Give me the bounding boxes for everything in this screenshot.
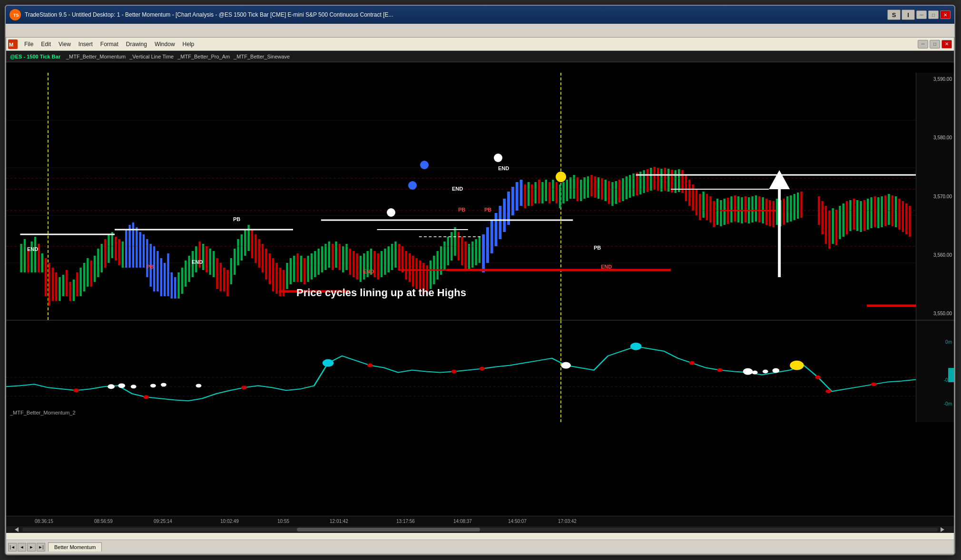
svg-rect-239: [849, 200, 851, 231]
inner-close[interactable]: ✕: [941, 40, 952, 48]
svg-rect-250: [888, 194, 890, 225]
svg-rect-79: [269, 253, 271, 284]
menu-window[interactable]: Window: [151, 39, 179, 49]
svg-rect-75: [255, 234, 256, 263]
svg-rect-102: [349, 249, 351, 275]
price-label-1: 3,590.00: [918, 77, 952, 82]
svg-rect-233: [828, 211, 830, 249]
chart-title-bar: @ES - 1500 Tick Bar _MTF_Better_Momentum…: [6, 51, 954, 62]
chart-indicator3: _MTF_Better_Pro_Am: [177, 54, 230, 59]
svg-rect-62: [209, 249, 211, 275]
svg-rect-232: [825, 206, 827, 244]
scroll-right-arrow[interactable]: [940, 526, 946, 533]
svg-point-292: [772, 368, 779, 373]
svg-point-294: [143, 395, 149, 399]
menu-file[interactable]: File: [20, 39, 37, 49]
nav-next[interactable]: ►: [27, 543, 36, 551]
s-button[interactable]: S: [887, 10, 901, 20]
svg-rect-151: [528, 182, 530, 206]
svg-rect-111: [381, 251, 382, 277]
svg-rect-150: [524, 184, 526, 208]
nav-prev[interactable]: ◄: [18, 543, 26, 551]
svg-rect-140: [482, 234, 485, 272]
svg-rect-219: [765, 199, 767, 225]
svg-rect-91: [311, 253, 313, 280]
menu-insert[interactable]: Insert: [75, 39, 97, 49]
inner-minimize[interactable]: ─: [918, 40, 928, 48]
svg-rect-168: [587, 176, 589, 198]
svg-rect-217: [758, 196, 760, 222]
menu-format[interactable]: Format: [97, 39, 122, 49]
svg-rect-96: [328, 241, 330, 268]
scroll-track[interactable]: [22, 528, 938, 531]
svg-rect-241: [856, 200, 858, 231]
chart-area[interactable]: 3,590.00 3,580.00 3,570.00 3,560.00 3,55…: [6, 62, 954, 533]
svg-marker-305: [941, 527, 944, 532]
svg-rect-184: [643, 170, 645, 193]
time-5: 10:55: [277, 519, 289, 524]
menu-help[interactable]: Help: [179, 39, 198, 49]
svg-rect-49: [164, 263, 166, 296]
svg-rect-30: [97, 249, 99, 277]
svg-rect-122: [419, 261, 421, 291]
svg-rect-100: [342, 246, 344, 272]
svg-rect-129: [443, 241, 445, 270]
svg-rect-225: [786, 196, 788, 222]
menu-bar: M File Edit View Insert Format Drawing W…: [6, 38, 954, 51]
svg-rect-48: [160, 258, 162, 296]
svg-point-285: [118, 383, 125, 388]
nav-last[interactable]: ►|: [37, 543, 45, 551]
momentum-panel: 0m -0m -0m: [6, 320, 954, 422]
svg-rect-162: [566, 180, 568, 201]
svg-point-295: [241, 386, 247, 389]
minimize-button[interactable]: ─: [916, 10, 927, 19]
menu-drawing[interactable]: Drawing: [122, 39, 151, 49]
svg-rect-118: [405, 251, 407, 280]
svg-rect-186: [650, 168, 652, 191]
dot-blue-1: [420, 161, 429, 169]
svg-rect-98: [335, 241, 337, 268]
svg-rect-134: [461, 237, 463, 265]
svg-rect-172: [601, 178, 603, 200]
inner-restore[interactable]: □: [930, 40, 940, 48]
nav-first[interactable]: |◄: [8, 543, 17, 551]
momentum-scale-indicator: [948, 368, 954, 382]
time-9: 14:50:07: [508, 519, 527, 524]
svg-rect-181: [632, 174, 634, 196]
svg-rect-12: [34, 237, 36, 272]
window-title: TradeStation 9.5 - Untitled Desktop: 1 -…: [25, 11, 886, 18]
svg-rect-64: [216, 258, 218, 289]
svg-rect-177: [618, 180, 620, 203]
svg-rect-210: [734, 195, 736, 222]
svg-rect-112: [384, 249, 386, 275]
mom-label-1: 0m: [945, 339, 952, 345]
svg-rect-123: [422, 263, 424, 294]
svg-rect-199: [696, 189, 697, 215]
i-button[interactable]: I: [902, 10, 915, 20]
scroll-left-arrow[interactable]: [14, 526, 20, 533]
horizontal-scrollbar[interactable]: [6, 526, 954, 533]
svg-point-300: [717, 368, 723, 372]
price-label-2: 3,580.00: [918, 135, 952, 140]
svg-rect-191: [667, 169, 669, 192]
svg-rect-23: [73, 280, 75, 301]
svg-rect-50: [167, 253, 169, 296]
svg-rect-59: [198, 241, 200, 268]
menu-edit[interactable]: Edit: [37, 39, 55, 49]
svg-rect-220: [769, 200, 771, 226]
svg-point-297: [451, 370, 457, 374]
svg-rect-251: [892, 195, 893, 226]
svg-rect-43: [143, 234, 145, 268]
scroll-thumb[interactable]: [297, 528, 480, 531]
tab-better-momentum[interactable]: Better Momentum: [48, 542, 102, 551]
svg-rect-84: [286, 263, 288, 289]
close-button[interactable]: ✕: [940, 10, 951, 19]
svg-rect-205: [716, 199, 718, 225]
menu-view[interactable]: View: [55, 39, 75, 49]
svg-rect-45: [150, 244, 152, 287]
svg-rect-197: [688, 180, 690, 206]
svg-rect-85: [290, 258, 292, 284]
svg-rect-109: [373, 251, 375, 277]
time-7: 13:17:56: [396, 519, 415, 524]
restore-button[interactable]: □: [928, 10, 939, 19]
